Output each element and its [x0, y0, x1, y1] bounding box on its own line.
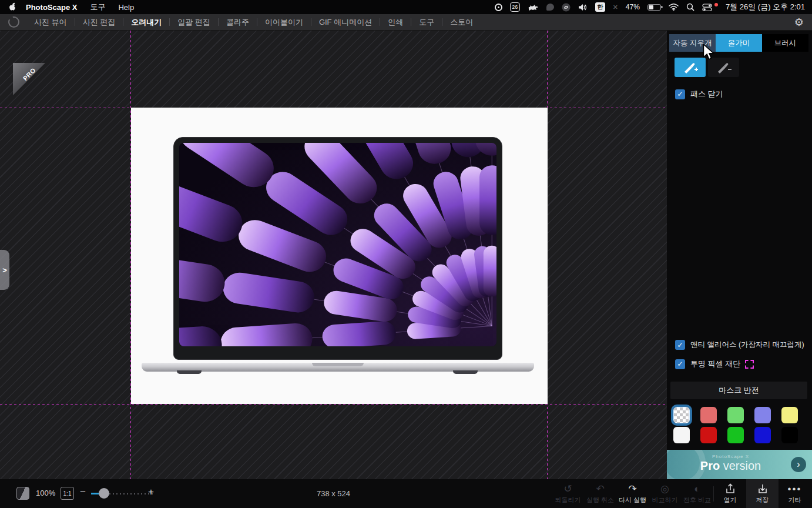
- swatch-red[interactable]: [700, 427, 717, 443]
- macbook-screen: [173, 137, 502, 360]
- revert-button[interactable]: ↺ 되돌리기: [552, 479, 584, 508]
- tab-combine[interactable]: 이어붙이기: [257, 17, 311, 28]
- shazam-icon[interactable]: [562, 3, 571, 12]
- background-swatch-row-1: [673, 407, 798, 423]
- open-button[interactable]: 열기: [714, 479, 746, 508]
- battery-icon: [647, 4, 661, 11]
- macbook-foot-right: [453, 370, 478, 374]
- antialias-label: 앤티 앨리어스 (가장자리 매끄럽게): [690, 340, 804, 350]
- checkbox-checked-icon[interactable]: ✓: [675, 359, 685, 369]
- before-after-icon: ◐: [694, 483, 700, 495]
- photo-image[interactable]: [131, 108, 548, 404]
- mouse-cursor: [702, 44, 716, 61]
- macbook-foot-left: [177, 370, 202, 374]
- menu-app-name[interactable]: PhotoScape X: [26, 3, 77, 12]
- compare-button[interactable]: ◎ 비교하기: [649, 479, 681, 508]
- photoscape-logo-icon: [8, 16, 19, 28]
- tab-photo-editor[interactable]: 사진 편집: [75, 17, 123, 28]
- action-buttons: ↺ 되돌리기 ↶ 실행 취소 ↷ 다시 실행 ◎ 비교하기 ◐ 전후 비교 열기: [552, 479, 811, 508]
- cat-app-icon[interactable]: [528, 4, 539, 11]
- swatch-black[interactable]: [781, 427, 798, 443]
- tab-print[interactable]: 인쇄: [380, 17, 411, 28]
- cutout-options-panel: 자동 지우개 올가미 브러시 ✓ 패스 닫기 ✓ 앤티 앨리어스 (가장자리 매…: [667, 31, 812, 479]
- guide-line-horizontal-bottom: [0, 404, 667, 405]
- swatch-green[interactable]: [727, 427, 744, 443]
- swatch-light-purple[interactable]: [754, 407, 771, 423]
- chat-bubble-icon[interactable]: [546, 4, 554, 11]
- bottom-status-bar: 100% 1:1 − + 738 x 524 ↺ 되돌리기 ↶ 실행 취소 ↷ …: [0, 479, 812, 508]
- tab-batch-edit[interactable]: 일괄 편집: [170, 17, 218, 28]
- banner-brand: PhotoScape X: [667, 454, 794, 459]
- editor-canvas[interactable]: PRO Version >: [0, 31, 667, 479]
- checkbox-checked-icon[interactable]: ✓: [675, 89, 685, 99]
- trim-transparent-option[interactable]: ✓ 투명 픽셀 재단: [675, 359, 754, 369]
- open-label: 열기: [724, 496, 737, 504]
- redo-icon: ↷: [628, 483, 636, 495]
- undo-label: 실행 취소: [586, 496, 614, 504]
- brush-minus-icon: [716, 62, 732, 73]
- before-after-label: 전후 비교: [683, 496, 711, 504]
- sidebar-expand-handle[interactable]: >: [0, 250, 9, 290]
- redo-button[interactable]: ↷ 다시 실행: [616, 479, 649, 508]
- swatch-transparent[interactable]: [673, 407, 690, 423]
- open-icon: [725, 483, 736, 495]
- undo-icon: ↶: [596, 483, 604, 495]
- spotlight-search-icon[interactable]: [686, 3, 694, 11]
- banner-arrow-button[interactable]: ›: [791, 457, 806, 472]
- korean-input-badge[interactable]: 한: [595, 2, 605, 12]
- undo-button[interactable]: ↶ 실행 취소: [584, 479, 616, 508]
- banner-title: Pro version: [667, 459, 794, 473]
- swatch-blue[interactable]: [754, 427, 771, 443]
- revert-icon: ↺: [563, 483, 572, 495]
- etc-label: 기타: [788, 496, 801, 504]
- tab-store[interactable]: 스토어: [442, 17, 481, 28]
- swatch-light-red[interactable]: [700, 407, 717, 423]
- trim-transparent-label: 투명 픽셀 재단: [690, 359, 740, 369]
- calendar-icon[interactable]: 26: [510, 2, 520, 12]
- cutout-mode-tabs: 자동 지우개 올가미 브러시: [669, 34, 808, 52]
- pro-badge-text: PRO: [15, 60, 44, 89]
- tab-brush[interactable]: 브러시: [762, 34, 808, 52]
- banner-title-bold: Pro: [700, 459, 720, 472]
- lasso-add-button[interactable]: [675, 58, 706, 77]
- checkbox-checked-icon[interactable]: ✓: [675, 340, 685, 350]
- revert-label: 되돌리기: [555, 496, 581, 504]
- tab-gif-animation[interactable]: GIF 애니메이션: [311, 17, 380, 28]
- swatch-light-yellow[interactable]: [781, 407, 798, 423]
- save-icon: [757, 483, 768, 495]
- app-toolbar: 사진 뷰어 사진 편집 오려내기 일괄 편집 콜라주 이어붙이기 GIF 애니메…: [0, 14, 812, 31]
- pro-version-corner-badge: PRO Version: [13, 63, 45, 95]
- pro-version-banner[interactable]: PhotoScape X Pro version ›: [667, 450, 812, 479]
- background-swatch-row-2: [673, 427, 798, 443]
- before-after-button[interactable]: ◐ 전후 비교: [681, 479, 713, 508]
- macos-menu-bar: PhotoScape X 도구 Help 26 한 ✕ 47%: [0, 0, 812, 14]
- menu-bar-status-area: 26 한 ✕ 47%: [495, 2, 805, 12]
- wifi-icon[interactable]: [669, 4, 679, 11]
- control-center-icon[interactable]: [702, 4, 712, 11]
- swatch-light-green[interactable]: [727, 407, 744, 423]
- menu-bar-clock[interactable]: 7월 26일 (금) 오후 2:01: [726, 2, 805, 12]
- tab-cut-out[interactable]: 오려내기: [123, 17, 169, 28]
- tab-tools[interactable]: 도구: [411, 17, 442, 28]
- recording-indicator-icon[interactable]: [495, 4, 502, 11]
- invert-mask-button[interactable]: 마스크 반전: [670, 382, 807, 399]
- save-label: 저장: [756, 496, 769, 504]
- redo-label: 다시 실행: [619, 496, 646, 504]
- save-button[interactable]: 저장: [746, 479, 779, 508]
- close-path-option[interactable]: ✓ 패스 닫기: [675, 89, 723, 99]
- close-path-label: 패스 닫기: [690, 89, 723, 99]
- volume-icon[interactable]: [578, 4, 588, 11]
- tab-collage[interactable]: 콜라주: [219, 17, 257, 28]
- etc-button[interactable]: ••• 기타: [779, 479, 811, 508]
- tab-lasso[interactable]: 올가미: [716, 34, 762, 52]
- notification-dot: [714, 3, 718, 6]
- swatch-white[interactable]: [673, 427, 690, 443]
- tab-photo-viewer[interactable]: 사진 뷰어: [26, 17, 75, 28]
- inactive-app-icon[interactable]: ✕: [613, 4, 618, 11]
- antialias-option[interactable]: ✓ 앤티 앨리어스 (가장자리 매끄럽게): [675, 340, 804, 350]
- menu-tools[interactable]: 도구: [90, 2, 105, 12]
- apple-logo-icon[interactable]: [8, 2, 16, 12]
- menu-help[interactable]: Help: [118, 3, 134, 12]
- settings-gear-icon[interactable]: ⚙: [794, 17, 804, 28]
- battery-percent: 47%: [626, 3, 640, 11]
